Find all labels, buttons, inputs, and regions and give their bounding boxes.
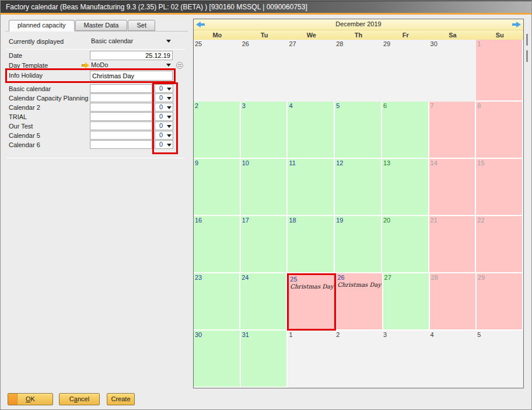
calendar-row-input[interactable] (90, 84, 152, 93)
day-cell[interactable]: 14 (429, 159, 477, 216)
day-cell[interactable]: 15 (476, 159, 523, 216)
day-cell[interactable]: 9 (194, 159, 241, 216)
day-cell-selected[interactable]: 25Christmas Day (287, 273, 336, 331)
calendar-row-selector[interactable]: 0 (155, 140, 173, 149)
calendar-row-selector[interactable]: 0 (155, 93, 173, 102)
day-number: 19 (335, 216, 381, 224)
selector-value: 0 (159, 113, 163, 120)
day-cell[interactable]: 1 (288, 331, 335, 388)
day-number: 4 (429, 331, 475, 338)
tab-set[interactable]: Set (128, 20, 155, 31)
selector-value: 0 (159, 122, 163, 129)
day-cell[interactable]: 26 (241, 40, 288, 102)
weekday-label: We (288, 30, 335, 40)
day-cell[interactable]: 3 (382, 331, 429, 388)
day-cell[interactable]: 31 (241, 331, 288, 388)
calendar-row-selector[interactable]: 0 (155, 84, 173, 93)
day-cell[interactable]: 12 (335, 159, 382, 216)
day-cell[interactable]: 25 (194, 40, 241, 102)
day-cell[interactable]: 23 (194, 273, 240, 331)
day-cell[interactable]: 6 (382, 102, 429, 159)
row-calendar-6: Calendar 60 (1, 140, 193, 150)
day-note: Christmas Day (336, 282, 382, 288)
day-number: 31 (241, 331, 287, 338)
day-cell[interactable]: 2 (335, 331, 382, 388)
link-arrow-icon[interactable] (82, 62, 90, 68)
calendar-row-input[interactable] (90, 93, 152, 102)
day-number: 21 (429, 216, 475, 224)
day-number: 22 (476, 216, 522, 224)
accent-divider (1, 13, 531, 15)
currently-displayed-combo[interactable]: Basic calendar (90, 37, 173, 46)
calendar-row-input[interactable] (90, 103, 152, 112)
calendar-row-label: Calendar 5 (9, 132, 40, 139)
calendar-row-input[interactable] (90, 112, 152, 121)
day-cell[interactable]: 28 (335, 40, 382, 102)
day-cell[interactable]: 17 (241, 216, 288, 273)
day-cell[interactable]: 24 (240, 273, 287, 331)
calendar-row-input[interactable] (90, 121, 152, 130)
weekday-label: Mo (194, 30, 241, 40)
calendar-grid: 2526272829301234567891011121314151617181… (194, 40, 523, 388)
day-cell[interactable]: 1 (476, 40, 523, 102)
calendar-month-title: December 2019 (194, 20, 523, 27)
create-button[interactable]: Create (107, 393, 135, 405)
day-cell[interactable]: 16 (194, 216, 241, 273)
day-number: 23 (194, 273, 239, 281)
row-calendar-5: Calendar 50 (1, 131, 193, 140)
calendar-row-selector[interactable]: 0 (155, 121, 173, 130)
day-cell[interactable]: 5 (335, 102, 382, 159)
week-row: 2345678 (194, 102, 523, 159)
day-cell[interactable]: 30 (429, 40, 477, 102)
day-template-combo[interactable]: MoDo (90, 61, 173, 70)
day-cell[interactable]: 28 (430, 273, 477, 331)
calendar-row-selector[interactable]: 0 (155, 103, 173, 112)
day-cell[interactable]: 4 (429, 331, 477, 388)
day-number: 8 (476, 102, 522, 109)
day-cell[interactable]: 27 (383, 273, 430, 331)
day-cell[interactable]: 18 (288, 216, 335, 273)
factory-calendar-window: Factory calendar (Beas Manufacturing 9.3… (0, 0, 532, 410)
calendar-row-selector[interactable]: 0 (155, 112, 173, 121)
tab-planned-capacity[interactable]: planned capacity (9, 20, 75, 32)
ok-button[interactable]: OK (8, 393, 53, 405)
chevron-down-icon (167, 97, 172, 100)
right-arrow-icon[interactable] (512, 22, 521, 27)
day-number: 16 (194, 216, 240, 224)
row-date: Date (1, 51, 193, 60)
day-cell[interactable]: 13 (382, 159, 429, 216)
day-cell[interactable]: 10 (241, 159, 288, 216)
day-cell[interactable]: 5 (476, 331, 523, 388)
weekday-label: Su (476, 30, 523, 40)
tab-strip: planned capacityMaster DataSet (9, 20, 156, 32)
day-cell[interactable]: 20 (382, 216, 429, 273)
day-cell[interactable]: 29 (382, 40, 429, 102)
cancel-button[interactable]: Cancel (59, 393, 100, 405)
day-cell[interactable]: 29 (477, 273, 523, 331)
day-cell[interactable]: 2 (194, 102, 241, 159)
day-cell[interactable]: 7 (429, 102, 477, 159)
day-cell[interactable]: 26Christmas Day (336, 273, 383, 331)
day-number: 3 (382, 331, 428, 338)
row-trial: TRIAL0 (1, 112, 193, 121)
calendar-row-input[interactable] (90, 140, 152, 149)
tab-master-data[interactable]: Master Data (75, 20, 128, 31)
day-number: 14 (429, 159, 475, 166)
day-cell[interactable]: 27 (288, 40, 335, 102)
day-cell[interactable]: 30 (194, 331, 241, 388)
date-field[interactable] (90, 51, 173, 60)
day-cell[interactable]: 19 (335, 216, 382, 273)
day-number: 24 (240, 273, 286, 281)
form-settings-icon[interactable] (176, 62, 183, 69)
title-bar[interactable]: Factory calendar (Beas Manufacturing 9.3… (1, 1, 531, 13)
day-cell[interactable]: 22 (476, 216, 523, 273)
day-cell[interactable]: 11 (288, 159, 335, 216)
calendar-row-input[interactable] (90, 131, 152, 140)
day-cell[interactable]: 8 (476, 102, 523, 159)
scrollbar-marks[interactable] (526, 34, 528, 67)
calendar-row-selector[interactable]: 0 (155, 131, 173, 140)
info-holiday-field[interactable] (90, 71, 173, 81)
day-cell[interactable]: 4 (288, 102, 335, 159)
day-cell[interactable]: 3 (241, 102, 288, 159)
day-cell[interactable]: 21 (429, 216, 477, 273)
